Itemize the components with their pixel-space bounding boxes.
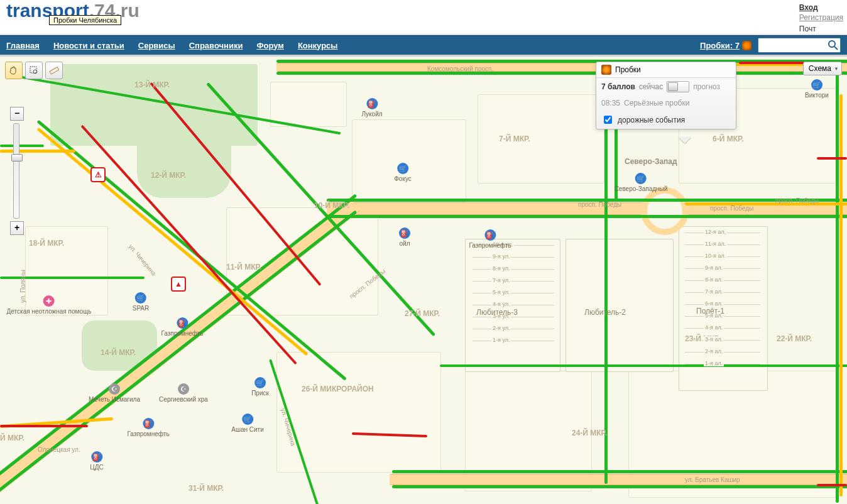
alley-label: 9-я ул. — [491, 253, 511, 260]
poi-shop[interactable]: 🛒SPAR — [133, 292, 150, 312]
search-input[interactable] — [758, 38, 841, 53]
poi-shop[interactable]: 🛒Фокус — [394, 163, 412, 182]
road-events-label: дорожные события — [618, 116, 685, 124]
park-area — [137, 116, 231, 198]
poi-fuel[interactable]: ⛽ойл — [399, 227, 410, 247]
nav-news[interactable]: Новости и статьи — [53, 41, 124, 50]
panel-pointer — [679, 137, 691, 150]
alley-label: 2-я ал. — [704, 348, 724, 354]
poi-fuel[interactable]: ⛽Газпромнефть — [469, 229, 511, 249]
alley-label: 4-я ал. — [704, 324, 724, 331]
poi-shop[interactable]: 🛒Приск — [251, 377, 269, 397]
district-label: 7-Й МКР. — [499, 134, 530, 143]
alley-label: 9-я ал. — [704, 265, 724, 271]
nav-services[interactable]: Сервисы — [138, 41, 175, 50]
district-label: 12-Й МКР. — [151, 171, 186, 180]
district-label: 14-Й МКР. — [101, 348, 136, 357]
zoom-thumb[interactable] — [11, 154, 23, 162]
alley-label: 2-я ул. — [491, 325, 511, 331]
district-label: 11-Й МКР. — [226, 263, 261, 271]
district-label: 13-Й МКР. — [134, 80, 170, 89]
district-label: 31-Й МКР. — [189, 484, 224, 493]
district-label: 27-Й МКР. — [405, 309, 440, 318]
district-label: 18-Й МКР. — [29, 239, 64, 248]
poi-fuel[interactable]: ⛽Газпромнефть — [161, 317, 203, 337]
road-label: ул. Братьев Кашир — [685, 476, 740, 483]
traffic-now: сейчас — [639, 82, 663, 91]
nav-traffic-link[interactable]: Пробки: 7 — [700, 41, 740, 50]
map[interactable]: ⚠ ▲ Комсомольский просп. просп. Победы п… — [0, 55, 847, 504]
poi-shop[interactable]: 🛒Виктори — [805, 79, 829, 99]
road-label: просп. Победы — [710, 205, 753, 212]
poi-fuel[interactable]: ⛽ЦДС — [90, 451, 103, 471]
mail-link[interactable]: Почт — [799, 24, 843, 34]
select-tool[interactable] — [25, 62, 43, 79]
traffic-time: 08:35 — [601, 99, 620, 107]
login-link[interactable]: Вход — [799, 3, 843, 13]
forecast-toggle[interactable] — [667, 81, 689, 92]
road-label: просп. Победы — [578, 201, 621, 208]
roadwork-icon[interactable]: ▲ — [171, 277, 186, 292]
road-label: просп. Победы — [775, 197, 819, 204]
alley-label: 3-я ал. — [704, 336, 724, 342]
pan-tool[interactable] — [5, 62, 23, 79]
zoom-in-button[interactable]: + — [10, 221, 24, 235]
map-type-selector[interactable]: Схема — [803, 62, 842, 75]
header-auth: Вход Регистрация Почт — [799, 3, 843, 34]
district-label: 6-Й МКР. — [713, 134, 744, 143]
poi-relig[interactable]: ☪Сергиевский хра — [159, 383, 208, 403]
alley-label: 8-я ул. — [491, 265, 511, 271]
poi-shop[interactable]: 🛒Северо-Западный — [615, 173, 668, 192]
district-label: 24-Й МКР. — [572, 429, 607, 437]
accident-icon[interactable]: ⚠ — [90, 167, 106, 182]
alley-label: 1-я ал. — [704, 360, 724, 366]
road-label: Олонецкая ул. — [38, 446, 80, 453]
search-icon — [828, 40, 839, 51]
alley-label: 10-я ал. — [704, 253, 727, 259]
district-label: Й МКР. — [0, 434, 25, 442]
magnifier-icon — [29, 65, 39, 75]
alley-label: 5-я ул. — [491, 289, 511, 295]
poi-fuel[interactable]: ⛽Газпромнефть — [127, 418, 169, 437]
traffic-forecast: прогноз — [693, 82, 720, 91]
svg-point-0 — [829, 41, 835, 47]
poi-shop[interactable]: 🛒Ашан Сити — [231, 414, 264, 433]
traffic-score: 7 баллов — [601, 82, 635, 91]
nav-directories[interactable]: Справочники — [189, 41, 243, 50]
poi-relig[interactable]: ☪Мечеть Исмагила — [89, 383, 140, 403]
ruler-icon — [49, 65, 59, 75]
alley-label: 11-я ал. — [704, 241, 727, 247]
poi-fuel[interactable]: ⛽Лукойл — [361, 98, 382, 118]
alley-label: 7-я ал. — [704, 288, 724, 295]
garage-name: Любитель-2 — [584, 308, 626, 317]
road-label: Комсомольский просп. — [427, 65, 493, 72]
traffic-status: Серьёзные пробки — [624, 99, 689, 107]
panel-title: Пробки — [615, 65, 641, 74]
traffic-panel: Пробки 7 баллов сейчас прогноз 08:35 Сер… — [596, 62, 736, 129]
hand-icon — [9, 65, 19, 75]
garage-name: Полёт-1 — [696, 307, 724, 315]
site-header: transport.74.ru Пробки Челябинска Вход Р… — [0, 0, 847, 35]
alley-label: 7-я ул. — [491, 277, 511, 283]
zoom-out-button[interactable]: − — [10, 107, 24, 121]
traffic-icon — [742, 41, 751, 50]
district-label: 22-Й МКР. — [777, 334, 812, 343]
road-events-checkbox[interactable] — [604, 116, 612, 124]
district-label: 26-Й МИКРОРАЙОН — [302, 385, 374, 393]
alley-label: 8-я ал. — [704, 277, 724, 283]
poi-med[interactable]: ✚Детская неотложная помощь — [7, 295, 92, 315]
nav-contests[interactable]: Конкурсы — [298, 41, 338, 50]
nav-forum[interactable]: Форум — [256, 41, 283, 50]
ruler-tool[interactable] — [45, 62, 63, 79]
logo-tooltip: Пробки Челябинска — [49, 15, 121, 25]
zoom-slider[interactable] — [13, 123, 19, 219]
alley-label: 1-я ул. — [491, 337, 511, 343]
traffic-icon — [601, 65, 611, 75]
navbar: Главная Новости и статьи Сервисы Справоч… — [0, 35, 847, 55]
district-label: 10-Й МКР. — [314, 201, 349, 210]
nav-home[interactable]: Главная — [6, 41, 40, 50]
garage-name: Любитель-3 — [476, 308, 518, 317]
road-kashirinykh — [390, 474, 847, 485]
register-link[interactable]: Регистрация — [799, 13, 843, 23]
alley-label: 6-я ал. — [704, 300, 724, 307]
